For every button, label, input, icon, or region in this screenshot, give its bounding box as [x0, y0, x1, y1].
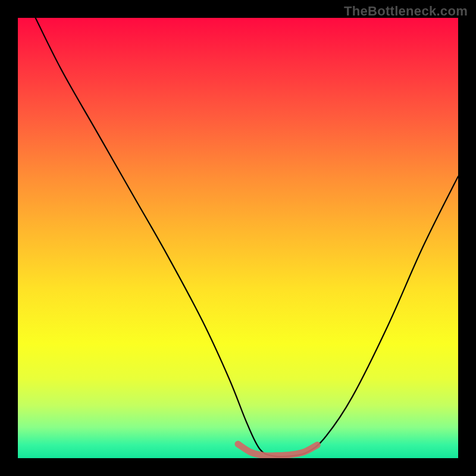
highlight-band — [238, 444, 317, 456]
chart-frame: TheBottleneck.com — [0, 0, 476, 476]
watermark-text: TheBottleneck.com — [344, 4, 468, 19]
curve-layer — [18, 18, 458, 458]
plot-area — [18, 18, 458, 458]
bottleneck-curve — [36, 18, 458, 457]
